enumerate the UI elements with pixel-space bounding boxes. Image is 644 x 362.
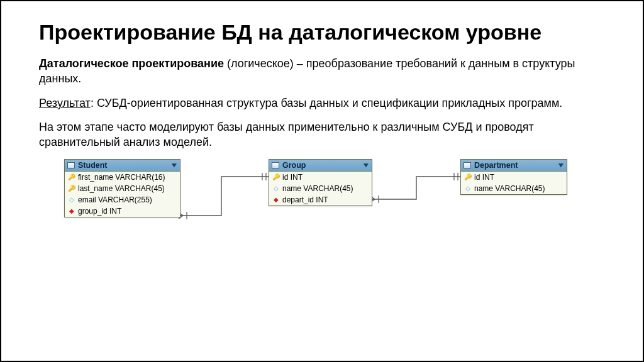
nullable-icon: ◇: [464, 185, 472, 192]
paragraph-definition: Даталогическое проектирование (логическо…: [39, 56, 605, 87]
table-row: 🔑id INT: [269, 172, 372, 183]
col-text: name VARCHAR(45): [282, 184, 353, 193]
table-icon: [272, 162, 279, 168]
table-row: 🔑id INT: [461, 172, 567, 183]
chevron-down-icon: ▼: [557, 162, 565, 168]
paragraph-result: Результат: СУБД-ориентированная структур…: [39, 96, 605, 111]
table-group-title: Group: [282, 161, 363, 170]
chevron-down-icon: ▼: [362, 162, 370, 168]
chevron-down-icon: ▼: [170, 162, 179, 168]
col-text: group_id INT: [78, 207, 121, 216]
paragraph-etap: На этом этапе часто моделируют базы данн…: [39, 119, 605, 150]
nullable-icon: ◇: [272, 185, 280, 192]
table-department: Department ▼ 🔑id INT ◇name VARCHAR(45): [460, 159, 567, 195]
table-row: ◇name VARCHAR(45): [269, 183, 372, 194]
result-rest: : СУБД-ориентированная структура базы да…: [91, 97, 562, 109]
key-icon: 🔑: [272, 173, 280, 180]
result-underlined: Результат: [39, 97, 91, 109]
col-text: id INT: [282, 173, 303, 182]
page-title: Проектирование БД на даталогическом уров…: [39, 20, 605, 45]
table-group: Group ▼ 🔑id INT ◇name VARCHAR(45) ◆depar…: [269, 159, 372, 206]
table-row: ◆group_id INT: [65, 206, 180, 217]
key-icon: 🔑: [68, 173, 75, 180]
fk-icon: ◆: [68, 207, 75, 214]
key-icon: 🔑: [68, 185, 75, 192]
nullable-icon: ◇: [68, 196, 75, 203]
col-text: first_name VARCHAR(16): [78, 173, 165, 182]
table-department-title: Department: [474, 161, 558, 170]
col-text: last_name VARCHAR(45): [78, 184, 165, 193]
table-group-header: Group ▼: [269, 160, 372, 172]
table-row: ◆depart_id INT: [269, 194, 372, 206]
table-icon: [67, 162, 75, 168]
table-student-title: Student: [78, 161, 171, 170]
table-row: 🔑first_name VARCHAR(16): [65, 172, 180, 183]
table-row: 🔑last_name VARCHAR(45): [65, 183, 180, 194]
table-row: ◇name VARCHAR(45): [461, 183, 567, 194]
table-student-header: Student ▼: [65, 160, 180, 172]
col-text: email VARCHAR(255): [78, 195, 152, 204]
key-icon: 🔑: [464, 173, 472, 180]
erd-diagram: Student ▼ 🔑first_name VARCHAR(16) 🔑last_…: [52, 159, 592, 269]
table-student: Student ▼ 🔑first_name VARCHAR(16) 🔑last_…: [64, 159, 180, 217]
table-row: ◇email VARCHAR(255): [65, 194, 180, 206]
table-icon: [464, 162, 471, 168]
col-text: id INT: [474, 173, 494, 182]
table-department-header: Department ▼: [461, 160, 567, 172]
term-bold: Даталогическое проектирование: [39, 57, 224, 70]
slide: Проектирование БД на даталогическом уров…: [0, 0, 644, 362]
col-text: depart_id INT: [282, 195, 328, 204]
col-text: name VARCHAR(45): [474, 184, 545, 193]
fk-icon: ◆: [272, 196, 280, 203]
